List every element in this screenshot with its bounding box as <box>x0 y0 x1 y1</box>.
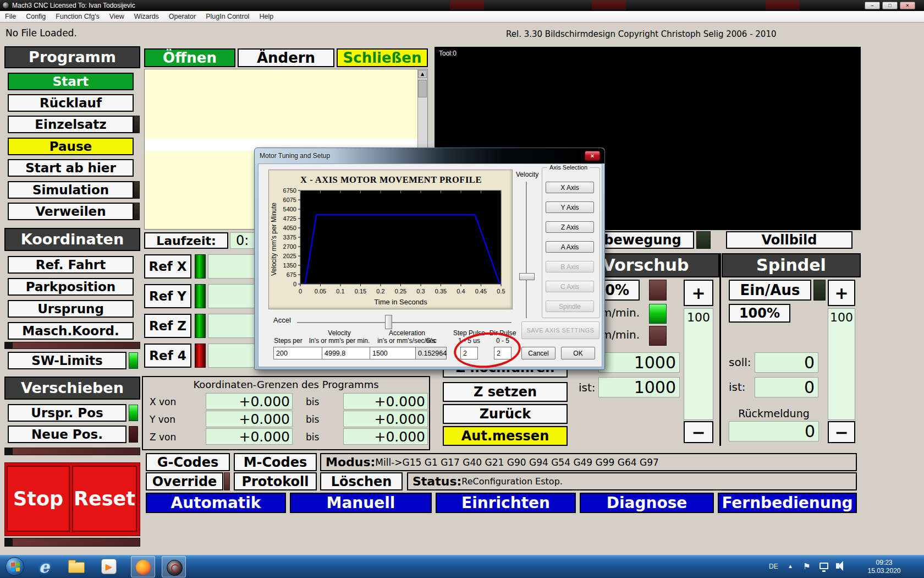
verweilen-button[interactable]: Verweilen <box>8 203 134 220</box>
nav-einrichten[interactable]: Einrichten <box>436 493 576 513</box>
folder-tab <box>68 560 76 563</box>
velocity-slider-handle[interactable] <box>519 273 535 280</box>
masch-koord-button[interactable]: Masch.Koord. <box>8 322 134 340</box>
override-button[interactable]: Override <box>146 472 223 490</box>
scrollbar-thumb[interactable] <box>418 80 427 97</box>
reset-button[interactable]: Reset <box>72 466 137 532</box>
speaker-icon[interactable] <box>836 563 839 569</box>
urspr-pos-button[interactable]: Urspr. Pos <box>8 404 127 422</box>
spindel-einaus-button[interactable]: Ein/Aus <box>729 280 811 301</box>
minimize-button[interactable]: – <box>865 2 880 9</box>
dialog-titlebar[interactable]: Motor Tuning and Setup <box>255 148 604 163</box>
titlebar-artifact <box>592 1 626 10</box>
dialog-close-icon[interactable]: × <box>585 151 600 161</box>
start-flag-blue <box>11 568 15 572</box>
file-status: No File Loaded. <box>6 28 77 39</box>
m-codes-button[interactable]: M-Codes <box>234 453 317 471</box>
firefox-taskbar-button[interactable] <box>131 556 155 577</box>
zurueck-button[interactable]: Zurück <box>443 404 568 424</box>
vollbild-button[interactable]: Vollbild <box>726 231 853 249</box>
tray-expand-icon[interactable]: ▲ <box>788 563 793 569</box>
ref-fahrt-button[interactable]: Ref. Fahrt <box>8 256 134 274</box>
loeschen-button[interactable]: Löschen <box>320 472 403 490</box>
aut-messen-button[interactable]: Aut.messen <box>443 426 568 446</box>
x-axis-button[interactable]: X Axis <box>546 182 594 193</box>
spindel-percent-button[interactable]: 100% <box>729 304 790 323</box>
app-icon <box>2 2 9 9</box>
y-axis-button[interactable]: Y Axis <box>546 201 594 213</box>
svg-text:2025: 2025 <box>283 253 296 259</box>
action-center-flag-icon[interactable]: ⚑ <box>803 561 810 571</box>
explorer-folder-icon[interactable] <box>68 562 85 573</box>
simulation-button[interactable]: Simulation <box>8 181 134 199</box>
maximize-button[interactable]: □ <box>882 2 898 9</box>
stop-button[interactable]: Stop <box>7 466 70 532</box>
save-axis-settings-button[interactable]: SAVE AXIS SETTINGS <box>521 321 600 339</box>
nav-manuell[interactable]: Manuell <box>290 493 432 513</box>
svg-text:0.3: 0.3 <box>416 288 425 295</box>
ref-x-button[interactable]: Ref X <box>144 254 191 279</box>
scroll-up-arrow[interactable]: ▲ <box>418 70 427 78</box>
start-button[interactable]: Start <box>8 73 134 90</box>
internet-explorer-icon[interactable]: e <box>35 558 53 576</box>
menu-operator[interactable]: Operator <box>164 13 201 20</box>
menu-config[interactable]: Config <box>21 13 51 20</box>
ref-4-button[interactable]: Ref 4 <box>144 343 191 368</box>
close-button[interactable]: × <box>900 2 915 9</box>
velocity-slider-track[interactable] <box>526 182 527 318</box>
vorschub-minus-button[interactable]: − <box>684 421 713 443</box>
menu-function-cfgs[interactable]: Function Cfg's <box>51 13 105 20</box>
language-indicator[interactable]: DE <box>769 563 778 570</box>
accel-slider-track[interactable] <box>297 322 512 324</box>
svg-text:1350: 1350 <box>283 262 296 269</box>
menu-plugin-control[interactable]: PlugIn Control <box>201 13 254 20</box>
firefox-icon <box>136 560 151 575</box>
ursprung-button[interactable]: Ursprung <box>8 300 134 318</box>
vorschub-plus-button[interactable]: + <box>684 280 713 306</box>
spindel-soll-value: 0 <box>755 352 818 373</box>
a-axis-button[interactable]: A Axis <box>546 241 594 253</box>
media-player-icon[interactable]: ▶ <box>101 559 117 574</box>
z-setzen-button[interactable]: Z setzen <box>443 382 568 402</box>
network-icon[interactable] <box>820 563 828 569</box>
parkposition-button[interactable]: Parkposition <box>8 278 134 296</box>
g-codes-button[interactable]: G-Codes <box>146 453 230 471</box>
ruecklauf-button[interactable]: Rücklauf <box>8 94 134 112</box>
progress-bar <box>4 342 140 349</box>
accel-slider-handle[interactable] <box>385 315 392 329</box>
nav-automatik[interactable]: Automatik <box>146 493 286 513</box>
pause-button[interactable]: Pause <box>8 138 134 155</box>
schliessen-button[interactable]: Schließen <box>337 48 428 67</box>
protokoll-button[interactable]: Protokoll <box>234 472 317 490</box>
spindel-override-track[interactable] <box>828 308 855 420</box>
neue-pos-button[interactable]: Neue Pos. <box>8 426 127 443</box>
vorschub-ist-value: 1000 <box>598 377 680 397</box>
aendern-button[interactable]: Ändern <box>238 48 334 67</box>
neue-pos-led <box>129 426 138 443</box>
svg-text:6075: 6075 <box>283 197 296 203</box>
vorschub-override-track[interactable] <box>684 308 713 420</box>
start-button-orb[interactable] <box>6 557 24 576</box>
spindel-plus-button[interactable]: + <box>828 280 855 306</box>
ok-button[interactable]: OK <box>561 347 595 359</box>
override-led <box>224 472 230 490</box>
start-ab-hier-button[interactable]: Start ab hier <box>8 159 134 177</box>
sw-limits-button[interactable]: SW-Limits <box>8 352 127 369</box>
mach3-taskbar-button[interactable] <box>162 556 186 577</box>
menu-help[interactable]: Help <box>254 13 278 20</box>
ref-z-button[interactable]: Ref Z <box>144 314 191 338</box>
menu-view[interactable]: View <box>105 13 129 20</box>
menu-wizards[interactable]: Wizards <box>129 13 164 20</box>
menu-file[interactable]: File <box>0 13 21 20</box>
z-axis-button[interactable]: Z Axis <box>546 221 594 233</box>
einzelsatz-button[interactable]: Einzelsatz <box>8 116 134 133</box>
oeffnen-button[interactable]: Öffnen <box>144 48 235 67</box>
spindel-minus-button[interactable]: − <box>828 421 855 443</box>
ref-y-button[interactable]: Ref Y <box>144 284 191 308</box>
clock[interactable]: 09:23 15.03.2020 <box>850 559 919 575</box>
nav-fernbedienung[interactable]: Fernbedienung <box>718 493 857 513</box>
speaker-cone <box>838 561 843 571</box>
nav-diagnose[interactable]: Diagnose <box>580 493 714 513</box>
vorschub-soll-value: 1000 <box>598 352 680 373</box>
cancel-button[interactable]: Cancel <box>521 347 556 359</box>
